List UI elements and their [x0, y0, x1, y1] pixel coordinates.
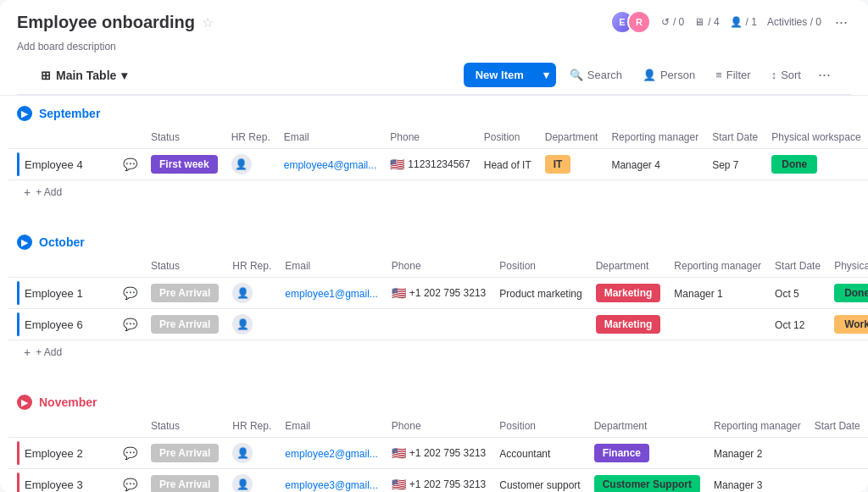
group-october: ▶ October Status HR Rep. Email Phone Pos…	[0, 224, 868, 364]
people-stat[interactable]: 🖥 / 4	[694, 16, 719, 28]
table-grid-icon: ⊞	[41, 69, 51, 82]
table-row: Employee 2 💬 Pre Arrival 👤 employee2@gma…	[8, 438, 868, 469]
search-button[interactable]: 🔍 Search	[563, 64, 629, 86]
comment-icon[interactable]: 💬	[123, 318, 137, 331]
table-row: Employee 1 💬 Pre Arrival 👤 employee1@gma…	[8, 278, 868, 309]
col-status-sep: Status	[144, 126, 225, 149]
col-dept-oct: Department	[589, 255, 668, 278]
col-manager-oct: Reporting manager	[667, 255, 768, 278]
september-add-row[interactable]: + + Add	[8, 180, 860, 204]
comment-icon[interactable]: 💬	[123, 478, 137, 491]
emp6-dept: Marketing	[589, 309, 668, 340]
group-september-toggle[interactable]: ▶	[17, 106, 32, 121]
dept-badge: Marketing	[596, 315, 661, 334]
position-cell: Head of IT	[484, 159, 531, 171]
emp3-status[interactable]: Pre Arrival	[144, 469, 225, 493]
emp1-status[interactable]: Pre Arrival	[144, 278, 225, 309]
emp4-date: Sep 7	[705, 149, 765, 180]
comment-icon[interactable]: 💬	[123, 286, 137, 300]
col-email-sep: Email	[277, 126, 384, 149]
table-row: Employee 3 💬 Pre Arrival 👤 employee3@gma…	[8, 469, 868, 493]
emp4-manager: Manager 4	[604, 149, 705, 180]
october-add-row[interactable]: + + Add	[8, 340, 860, 364]
person-button[interactable]: 👤 Person	[636, 64, 702, 86]
emp1-dept: Marketing	[589, 278, 668, 309]
email-link[interactable]: employee1@gmail...	[285, 288, 378, 300]
people-value: / 4	[708, 16, 719, 28]
status-badge: Pre Arrival	[151, 284, 219, 302]
phone-number: 11231234567	[408, 158, 470, 170]
col-phone-nov: Phone	[385, 415, 492, 438]
table-row: Employee 4 💬 First week 👤 employee4@gmai…	[8, 149, 868, 180]
date-cell: Sep 7	[712, 159, 738, 171]
header-right: E R ↺ / 0 🖥 / 4 👤 / 1 Activities / 0	[610, 10, 851, 34]
phone-number: +1 202 795 3213	[409, 447, 486, 459]
emp1-phone: 🇺🇸 +1 202 795 3213	[385, 278, 492, 309]
emp6-status[interactable]: Pre Arrival	[144, 309, 225, 340]
row-indicator	[17, 152, 19, 176]
comment-icon[interactable]: 💬	[123, 158, 137, 171]
col-hr-nov: HR Rep.	[225, 415, 278, 438]
row-indicator	[17, 473, 19, 492]
emp3-manager: Manager 3	[707, 469, 808, 493]
people-icon: 🖥	[694, 16, 704, 28]
row-indicator	[17, 312, 19, 336]
filter-button[interactable]: ≡ Filter	[709, 64, 757, 86]
add-label: + Add	[36, 186, 62, 198]
star-icon[interactable]: ☆	[202, 14, 214, 30]
col-workspace-oct: Physical workspace	[827, 255, 868, 278]
emp4-dept: IT	[538, 149, 605, 180]
toolbar-more-button[interactable]: ···	[815, 64, 834, 86]
workspace-badge: Done	[834, 284, 868, 302]
main-table-button[interactable]: ⊞ Main Table ▾	[34, 64, 134, 87]
date-cell: Oct 5	[775, 288, 799, 300]
header-more-button[interactable]: ···	[832, 12, 851, 33]
emp4-workspace: Done	[765, 149, 867, 180]
user-stat[interactable]: 👤 / 1	[730, 16, 757, 28]
col-manager-nov: Reporting manager	[707, 415, 808, 438]
november-table: Status HR Rep. Email Phone Position Depa…	[8, 415, 868, 492]
email-link[interactable]: employee3@gmail...	[285, 479, 378, 491]
emp4-status[interactable]: First week	[144, 149, 225, 180]
col-name-oct	[8, 255, 144, 278]
add-label: + Add	[36, 346, 62, 358]
new-item-button[interactable]: New Item ▾	[464, 63, 556, 87]
activities-stat[interactable]: Activities / 0	[767, 16, 821, 28]
emp2-phone: 🇺🇸 +1 202 795 3213	[385, 438, 492, 469]
group-october-toggle[interactable]: ▶	[17, 235, 32, 250]
filter-label: Filter	[726, 69, 751, 81]
new-item-dropdown-arrow[interactable]: ▾	[537, 63, 556, 87]
emp6-hr: 👤	[225, 309, 278, 340]
emp2-hr: 👤	[225, 438, 278, 469]
manager-cell: Manager 3	[714, 479, 762, 491]
sort-icon: ↕	[771, 69, 777, 81]
emp6-date: Oct 12	[768, 309, 827, 340]
person-label: Person	[660, 69, 695, 81]
group-november-toggle[interactable]: ▶	[17, 395, 32, 410]
emp4-name-cell: Employee 4 💬	[8, 149, 144, 180]
emp4-phone: 🇺🇸 11231234567	[383, 149, 476, 180]
email-link[interactable]: employee2@gmail...	[285, 448, 378, 460]
hr-avatar: 👤	[232, 474, 253, 492]
status-badge: Pre Arrival	[151, 315, 219, 334]
page-title: Employee onboarding	[17, 13, 195, 32]
hr-avatar: 👤	[232, 314, 253, 334]
sort-button[interactable]: ↕ Sort	[765, 64, 808, 86]
hr-avatar: 👤	[232, 283, 253, 303]
table-row: Employee 6 💬 Pre Arrival 👤	[8, 309, 868, 340]
app-container: Employee onboarding ☆ E R ↺ / 0 🖥 / 4 👤	[0, 0, 868, 492]
group-november-header: ▶ November	[0, 384, 868, 415]
col-manager-sep: Reporting manager	[604, 126, 705, 149]
comment-icon[interactable]: 💬	[123, 446, 137, 460]
user-value: / 1	[746, 16, 757, 28]
emp3-name-cell: Employee 3 💬	[8, 469, 144, 492]
emp2-status[interactable]: Pre Arrival	[144, 438, 225, 469]
employee-name: Employee 3	[25, 478, 118, 491]
email-link[interactable]: employee4@gmail...	[284, 159, 377, 171]
dept-badge: Marketing	[596, 284, 661, 302]
emp6-name-cell: Employee 6 💬	[8, 309, 144, 340]
col-phone-oct: Phone	[385, 255, 492, 278]
phone-number: +1 202 795 3213	[409, 478, 486, 490]
refresh-stat[interactable]: ↺ / 0	[661, 16, 684, 28]
col-hr-oct: HR Rep.	[225, 255, 278, 278]
